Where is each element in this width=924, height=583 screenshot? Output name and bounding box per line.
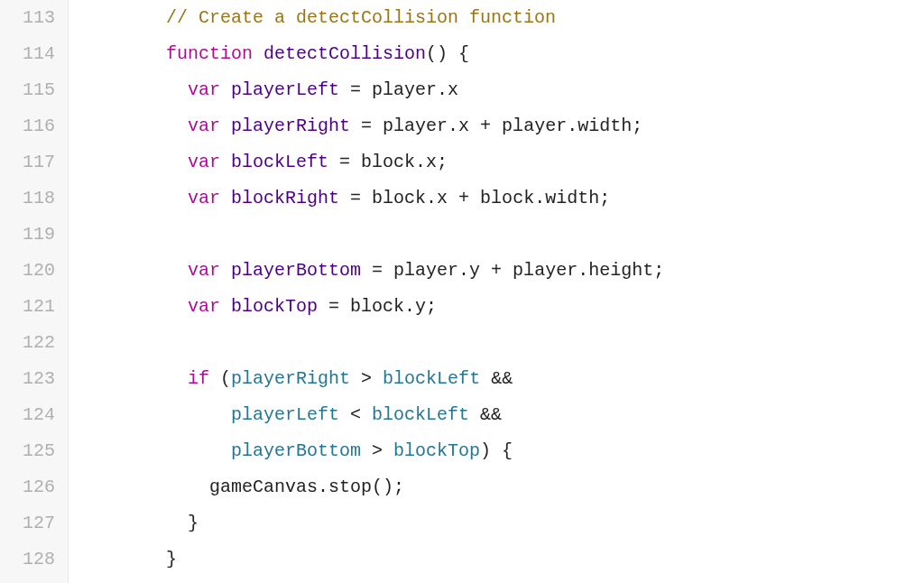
code-token: ( xyxy=(209,368,231,389)
line-number: 127 xyxy=(9,505,55,541)
indent xyxy=(79,152,188,172)
code-line: if (playerRight > blockLeft && xyxy=(79,361,924,397)
code-token: var xyxy=(188,260,220,281)
code-token xyxy=(220,260,231,281)
line-number-gutter: 1131141151161171181191201211221231241251… xyxy=(0,0,69,583)
code-token: var xyxy=(188,188,220,208)
indent xyxy=(79,116,188,136)
code-token xyxy=(220,188,231,208)
code-token: blockTop xyxy=(231,296,318,317)
code-line xyxy=(79,325,924,361)
line-number: 121 xyxy=(9,289,55,325)
code-token: blockTop xyxy=(393,440,480,461)
code-token: playerBottom xyxy=(231,440,361,461)
indent xyxy=(79,549,166,569)
code-token: ) { xyxy=(480,440,513,461)
code-token: < xyxy=(339,404,372,425)
code-line: function detectCollision() { xyxy=(79,36,924,72)
code-token: playerBottom xyxy=(231,260,361,281)
code-token: } xyxy=(166,549,177,569)
code-token xyxy=(220,152,231,172)
code-token: blockLeft xyxy=(372,404,469,425)
code-token: blockRight xyxy=(231,188,339,208)
code-line: } xyxy=(79,541,924,578)
line-number: 115 xyxy=(9,72,55,108)
line-number: 118 xyxy=(9,180,55,217)
code-line: playerBottom > blockTop) { xyxy=(79,433,924,469)
code-token: = player.x xyxy=(339,79,458,100)
code-line xyxy=(79,217,924,253)
line-number: 114 xyxy=(9,36,55,72)
code-token: var xyxy=(188,116,220,136)
code-line: var blockLeft = block.x; xyxy=(79,144,924,180)
code-line: var blockRight = block.x + block.width; xyxy=(79,180,924,217)
line-number: 113 xyxy=(9,0,55,36)
code-line: playerLeft < blockLeft && xyxy=(79,397,924,433)
code-token xyxy=(220,296,231,317)
code-token: && xyxy=(469,404,502,425)
code-token: = block.x; xyxy=(328,152,448,172)
line-number: 125 xyxy=(9,433,55,469)
code-token: function xyxy=(166,43,253,64)
code-token xyxy=(220,116,231,136)
code-token: // Create a detectCollision function xyxy=(166,7,556,28)
indent xyxy=(79,260,188,281)
line-number: 128 xyxy=(9,541,55,578)
line-number: 126 xyxy=(9,469,55,505)
code-token: var xyxy=(188,296,220,317)
indent xyxy=(79,188,188,208)
code-line: var blockTop = block.y; xyxy=(79,289,924,325)
indent xyxy=(79,368,188,389)
code-token: } xyxy=(188,513,199,533)
code-token: = player.x + player.width; xyxy=(350,116,642,136)
code-token: = player.y + player.height; xyxy=(361,260,664,281)
line-number: 123 xyxy=(9,361,55,397)
indent xyxy=(79,477,209,497)
code-line: var playerBottom = player.y + player.hei… xyxy=(79,253,924,289)
code-token: = block.y; xyxy=(318,296,437,317)
code-line: var playerLeft = player.x xyxy=(79,72,924,108)
code-token: var xyxy=(188,152,220,172)
code-token: if xyxy=(188,368,209,389)
code-token: playerRight xyxy=(231,116,350,136)
code-token: () { xyxy=(426,43,469,64)
line-number: 119 xyxy=(9,217,55,253)
indent xyxy=(79,404,231,425)
code-token: gameCanvas.stop(); xyxy=(209,477,404,497)
code-area: // Create a detectCollision function fun… xyxy=(69,0,924,583)
code-token xyxy=(253,43,263,64)
code-token: playerLeft xyxy=(231,404,339,425)
code-token: detectCollision xyxy=(263,43,426,64)
line-number: 116 xyxy=(9,108,55,144)
code-token: blockLeft xyxy=(231,152,328,172)
code-token: && xyxy=(480,368,513,389)
indent xyxy=(79,296,188,317)
line-number: 117 xyxy=(9,144,55,180)
indent xyxy=(79,79,188,100)
indent xyxy=(79,7,166,28)
indent xyxy=(79,43,166,64)
code-token: = block.x + block.width; xyxy=(339,188,610,208)
code-token: > xyxy=(350,368,383,389)
code-line: gameCanvas.stop(); xyxy=(79,469,924,505)
code-token: var xyxy=(188,79,220,100)
code-token: playerRight xyxy=(231,368,350,389)
line-number: 122 xyxy=(9,325,55,361)
line-number: 124 xyxy=(9,397,55,433)
indent xyxy=(79,440,231,461)
code-token: > xyxy=(361,440,393,461)
code-token xyxy=(220,79,231,100)
line-number: 120 xyxy=(9,253,55,289)
code-token: playerLeft xyxy=(231,79,339,100)
code-line: // Create a detectCollision function xyxy=(79,0,924,36)
code-token: blockLeft xyxy=(383,368,480,389)
indent xyxy=(79,513,188,533)
code-line: } xyxy=(79,505,924,541)
code-line: var playerRight = player.x + player.widt… xyxy=(79,108,924,144)
